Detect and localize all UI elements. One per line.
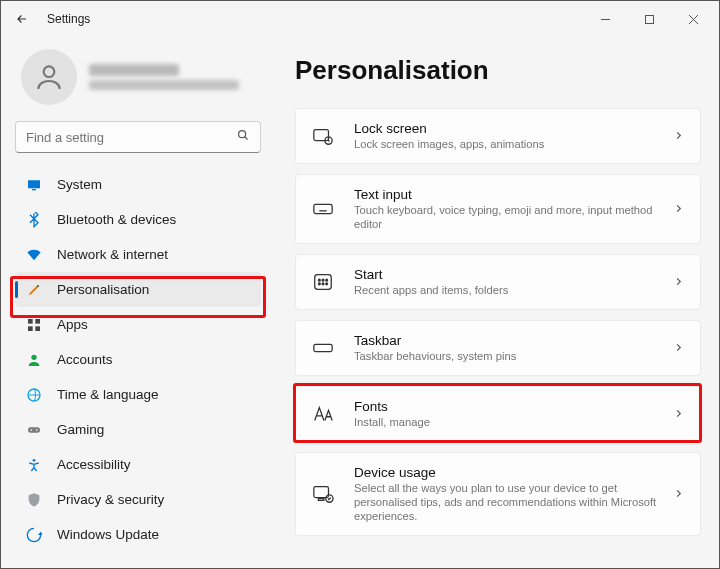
system-controls <box>583 4 715 34</box>
sidebar-item-network[interactable]: Network & internet <box>15 237 261 272</box>
sidebar-item-accounts[interactable]: Accounts <box>15 342 261 377</box>
card-title: Taskbar <box>354 333 665 348</box>
sidebar: System Bluetooth & devices Network & int… <box>1 37 271 568</box>
svg-point-13 <box>31 354 36 359</box>
monitor-icon <box>25 176 43 194</box>
taskbar-icon <box>310 335 336 361</box>
chevron-right-icon <box>673 339 684 357</box>
card-lock-screen[interactable]: Lock screen Lock screen images, apps, an… <box>295 108 701 164</box>
svg-rect-7 <box>28 180 40 188</box>
svg-point-29 <box>322 279 324 281</box>
sidebar-item-apps[interactable]: Apps <box>15 307 261 342</box>
svg-rect-39 <box>318 499 324 501</box>
card-title: Fonts <box>354 399 665 414</box>
svg-point-30 <box>326 279 328 281</box>
chevron-right-icon <box>673 127 684 145</box>
minimize-button[interactable] <box>583 4 627 34</box>
chevron-right-icon <box>673 405 684 423</box>
main: Personalisation Lock screen Lock screen … <box>271 37 719 568</box>
sidebar-item-label: System <box>57 177 102 192</box>
svg-rect-15 <box>28 427 40 432</box>
sidebar-item-label: Apps <box>57 317 88 332</box>
svg-point-4 <box>44 66 55 77</box>
start-icon <box>310 269 336 295</box>
titlebar: Settings <box>1 1 719 37</box>
sidebar-item-time[interactable]: Time & language <box>15 377 261 412</box>
update-icon <box>25 526 43 544</box>
card-text-input[interactable]: Text input Touch keyboard, voice typing,… <box>295 174 701 244</box>
nav: System Bluetooth & devices Network & int… <box>15 167 261 552</box>
card-subtitle: Taskbar behaviours, system pins <box>354 349 665 363</box>
sidebar-item-label: Gaming <box>57 422 104 437</box>
close-button[interactable] <box>671 4 715 34</box>
svg-rect-21 <box>314 204 332 213</box>
page-title: Personalisation <box>295 55 701 86</box>
chevron-right-icon <box>673 485 684 503</box>
sidebar-item-label: Privacy & security <box>57 492 164 507</box>
sidebar-item-label: Windows Update <box>57 527 159 542</box>
svg-rect-10 <box>35 319 40 324</box>
sidebar-item-label: Bluetooth & devices <box>57 212 176 227</box>
svg-line-6 <box>245 137 248 140</box>
device-usage-icon <box>310 481 336 507</box>
svg-point-17 <box>36 429 38 431</box>
svg-rect-1 <box>645 15 653 23</box>
card-subtitle: Recent apps and items, folders <box>354 283 665 297</box>
svg-rect-9 <box>28 319 33 324</box>
svg-point-5 <box>239 131 246 138</box>
sidebar-item-label: Time & language <box>57 387 159 402</box>
chevron-right-icon <box>673 273 684 291</box>
card-title: Lock screen <box>354 121 665 136</box>
card-start[interactable]: Start Recent apps and items, folders <box>295 254 701 310</box>
profile-email-redacted <box>89 80 239 90</box>
card-subtitle: Lock screen images, apps, animations <box>354 137 665 151</box>
keyboard-icon <box>310 196 336 222</box>
fonts-icon <box>310 401 336 427</box>
card-subtitle: Install, manage <box>354 415 665 429</box>
svg-rect-34 <box>314 344 332 351</box>
bluetooth-icon <box>25 211 43 229</box>
sidebar-item-label: Accounts <box>57 352 113 367</box>
card-fonts[interactable]: Fonts Install, manage <box>295 386 701 442</box>
svg-rect-11 <box>28 326 33 331</box>
lock-screen-icon <box>310 123 336 149</box>
card-taskbar[interactable]: Taskbar Taskbar behaviours, system pins <box>295 320 701 376</box>
search-input[interactable] <box>26 130 236 145</box>
chevron-right-icon <box>673 200 684 218</box>
svg-point-16 <box>30 429 32 431</box>
sidebar-item-update[interactable]: Windows Update <box>15 517 261 552</box>
card-title: Start <box>354 267 665 282</box>
sidebar-item-label: Personalisation <box>57 282 149 297</box>
globe-clock-icon <box>25 386 43 404</box>
card-device-usage[interactable]: Device usage Select all the ways you pla… <box>295 452 701 536</box>
profile-name-redacted <box>89 64 179 76</box>
avatar <box>21 49 77 105</box>
gamepad-icon <box>25 421 43 439</box>
sidebar-item-bluetooth[interactable]: Bluetooth & devices <box>15 202 261 237</box>
apps-icon <box>25 316 43 334</box>
wifi-icon <box>25 246 43 264</box>
svg-rect-19 <box>314 130 329 141</box>
card-subtitle: Select all the ways you plan to use your… <box>354 481 665 523</box>
paintbrush-icon <box>25 281 43 299</box>
person-icon <box>25 351 43 369</box>
maximize-button[interactable] <box>627 4 671 34</box>
svg-rect-12 <box>35 326 40 331</box>
search-box[interactable] <box>15 121 261 153</box>
search-icon <box>236 128 250 146</box>
svg-point-28 <box>318 279 320 281</box>
sidebar-item-label: Network & internet <box>57 247 168 262</box>
svg-point-31 <box>318 283 320 285</box>
sidebar-item-accessibility[interactable]: Accessibility <box>15 447 261 482</box>
card-title: Device usage <box>354 465 665 480</box>
back-button[interactable] <box>11 8 33 30</box>
sidebar-item-system[interactable]: System <box>15 167 261 202</box>
sidebar-item-privacy[interactable]: Privacy & security <box>15 482 261 517</box>
profile-text <box>89 64 239 90</box>
accessibility-icon <box>25 456 43 474</box>
profile-block[interactable] <box>15 45 261 121</box>
sidebar-item-personalisation[interactable]: Personalisation <box>15 272 261 307</box>
sidebar-item-gaming[interactable]: Gaming <box>15 412 261 447</box>
shield-icon <box>25 491 43 509</box>
svg-point-33 <box>326 283 328 285</box>
